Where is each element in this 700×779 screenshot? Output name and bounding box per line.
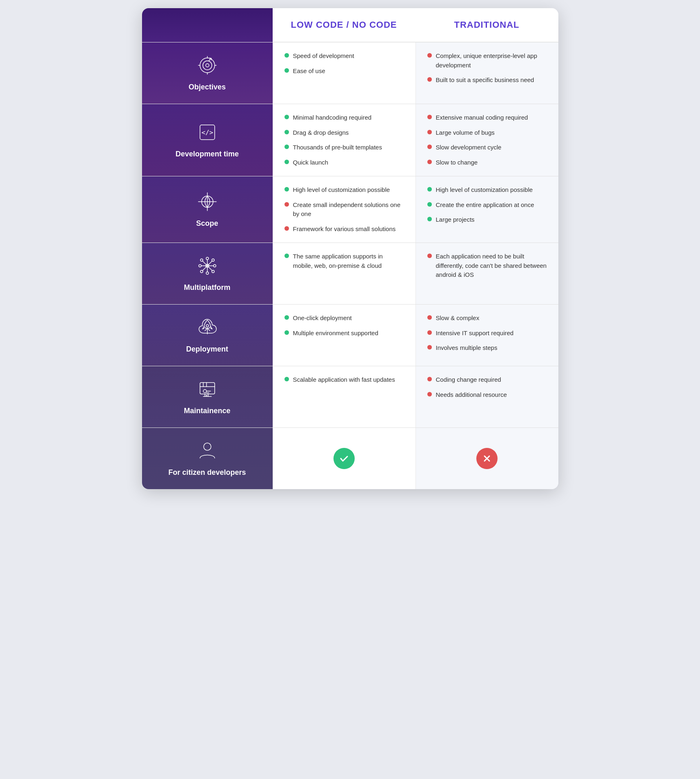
row-citizen-developers: For citizen developers xyxy=(142,427,558,489)
list-item: Speed of development xyxy=(284,51,404,61)
header-row: LOW CODE / NO CODE TRADITIONAL xyxy=(142,8,558,42)
list-item: The same application supports in mobile,… xyxy=(284,252,404,270)
multiplatform-icon xyxy=(197,255,218,279)
left-maintainence: Maintainence xyxy=(142,366,273,427)
list-item: Each application need to be built differ… xyxy=(427,252,547,280)
dev-time-icon: </> xyxy=(197,122,218,146)
green-dot xyxy=(284,377,289,381)
red-dot xyxy=(427,330,432,335)
deployment-icon xyxy=(197,317,218,341)
body-rows: Objectives Speed of development Ease of … xyxy=(142,42,558,489)
citizen-center xyxy=(273,428,416,489)
green-dot xyxy=(427,217,432,221)
list-item: Ease of use xyxy=(284,67,404,76)
left-deployment: Deployment xyxy=(142,305,273,366)
row-development-time: </> Development time Minimal handcoding … xyxy=(142,104,558,176)
objectives-label: Objectives xyxy=(189,83,226,91)
svg-line-26 xyxy=(202,261,207,266)
red-dot xyxy=(427,315,432,320)
maintainence-right: Coding change required Needs additional … xyxy=(416,366,558,427)
green-dot xyxy=(284,145,289,149)
red-dot xyxy=(427,77,432,82)
left-development-time: </> Development time xyxy=(142,104,273,176)
list-item: Scalable application with fast updates xyxy=(284,375,404,385)
list-item: Multiple environment supported xyxy=(284,329,404,338)
green-dot xyxy=(284,68,289,73)
svg-line-7 xyxy=(209,59,210,61)
scope-label: Scope xyxy=(196,219,218,228)
svg-text:</>: </> xyxy=(201,129,213,136)
svg-point-39 xyxy=(206,395,207,396)
svg-point-16 xyxy=(199,265,201,267)
green-dot xyxy=(284,187,289,191)
green-dot xyxy=(284,160,289,164)
list-item: Coding change required xyxy=(427,375,547,385)
red-dot xyxy=(427,160,432,164)
svg-line-29 xyxy=(207,266,212,271)
left-objectives: Objectives xyxy=(142,42,273,104)
svg-rect-32 xyxy=(200,383,215,394)
deployment-center: One-click deployment Multiple environmen… xyxy=(273,305,416,366)
list-item: Involves multiple steps xyxy=(427,343,547,353)
red-dot xyxy=(427,53,432,58)
list-item: Minimal handcoding required xyxy=(284,113,404,122)
green-dot xyxy=(427,202,432,207)
list-item: Complex, unique enterprise-level app dev… xyxy=(427,51,547,70)
left-citizen: For citizen developers xyxy=(142,428,273,489)
list-item: Large volume of bugs xyxy=(427,128,547,138)
col-title-lowcode: LOW CODE / NO CODE xyxy=(291,20,397,30)
list-item: Intensive IT support required xyxy=(427,329,547,338)
svg-point-36 xyxy=(203,390,207,393)
row-scope: Scope High level of customization possib… xyxy=(142,176,558,243)
red-dot xyxy=(427,130,432,134)
check-icon xyxy=(333,448,355,469)
row-objectives: Objectives Speed of development Ease of … xyxy=(142,42,558,104)
svg-point-1 xyxy=(203,61,212,70)
list-item: Slow & complex xyxy=(427,314,547,323)
maintainence-icon xyxy=(197,378,218,403)
svg-point-2 xyxy=(206,64,209,67)
multiplatform-right: Each application need to be built differ… xyxy=(416,243,558,304)
objectives-icon xyxy=(197,55,218,79)
green-dot xyxy=(427,187,432,191)
list-item: Extensive manual coding required xyxy=(427,113,547,122)
svg-point-43 xyxy=(204,443,211,450)
header-right-col: TRADITIONAL xyxy=(416,8,558,42)
list-item: Built to suit a specific business need xyxy=(427,76,547,85)
red-dot xyxy=(427,254,432,258)
citizen-label: For citizen developers xyxy=(168,468,246,477)
row-deployment: Deployment One-click deployment Multiple… xyxy=(142,304,558,366)
green-dot xyxy=(284,115,289,119)
green-dot xyxy=(284,254,289,258)
citizen-icon xyxy=(197,440,218,464)
list-item: Thousands of pre-built templates xyxy=(284,143,404,152)
red-dot xyxy=(284,202,289,207)
list-item: Quick launch xyxy=(284,158,404,167)
scope-center: High level of customization possible Cre… xyxy=(273,176,416,243)
col-title-traditional: TRADITIONAL xyxy=(454,20,519,30)
objectives-right: Complex, unique enterprise-level app dev… xyxy=(416,42,558,104)
svg-line-28 xyxy=(202,266,207,271)
maintainence-label: Maintainence xyxy=(184,407,230,415)
cross-icon xyxy=(476,448,498,469)
svg-point-31 xyxy=(206,325,209,327)
deployment-right: Slow & complex Intensive IT support requ… xyxy=(416,305,558,366)
multiplatform-center: The same application supports in mobile,… xyxy=(273,243,416,304)
left-scope: Scope xyxy=(142,176,273,243)
dev-time-center: Minimal handcoding required Drag & drop … xyxy=(273,104,416,176)
list-item: Framework for various small solutions xyxy=(284,225,404,234)
maintainence-center: Scalable application with fast updates xyxy=(273,366,416,427)
dev-time-right: Extensive manual coding required Large v… xyxy=(416,104,558,176)
red-dot xyxy=(284,226,289,231)
row-maintainence: Maintainence Scalable application with f… xyxy=(142,366,558,427)
row-multiplatform: Multiplatform The same application suppo… xyxy=(142,243,558,304)
green-dot xyxy=(284,130,289,134)
list-item: High level of customization possible xyxy=(284,185,404,195)
multiplatform-label: Multiplatform xyxy=(184,283,231,292)
list-item: Needs additional resource xyxy=(427,390,547,400)
list-item: Drag & drop designs xyxy=(284,128,404,138)
list-item: Create the entire application at once xyxy=(427,200,547,210)
scope-right: High level of customization possible Cre… xyxy=(416,176,558,243)
green-dot xyxy=(284,330,289,335)
comparison-table: LOW CODE / NO CODE TRADITIONAL xyxy=(142,8,558,489)
